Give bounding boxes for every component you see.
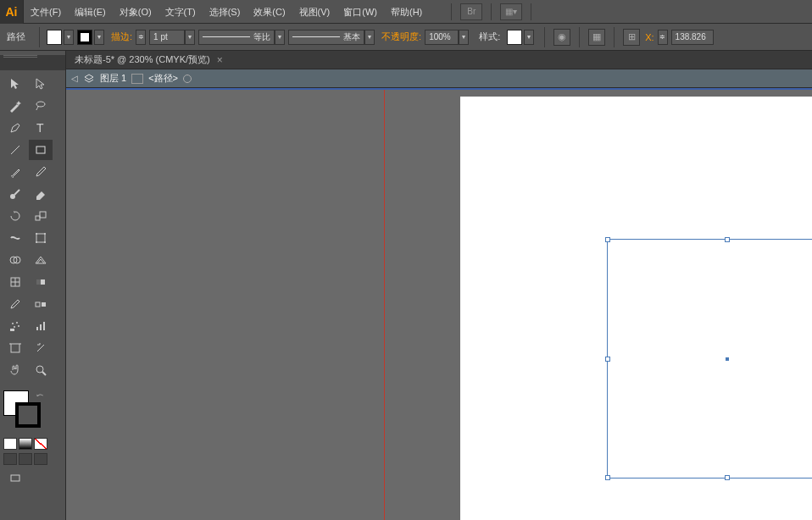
dash-dd[interactable]: ▾ (275, 30, 285, 45)
mesh-tool[interactable] (3, 272, 27, 292)
align-icon[interactable]: ▦ (588, 29, 605, 46)
hand-tool[interactable] (3, 360, 27, 380)
opacity-label: 不透明度: (381, 30, 421, 43)
menu-type[interactable]: 文字(T) (159, 0, 203, 24)
menu-help[interactable]: 帮助(H) (384, 0, 429, 24)
pen-tool[interactable] (3, 118, 27, 138)
stroke-swatch[interactable] (77, 30, 92, 45)
x-stepper[interactable]: ≑ (658, 30, 668, 45)
blend-tool[interactable] (29, 294, 53, 314)
graph-tool[interactable] (29, 316, 53, 336)
profile-select[interactable]: 基本 (288, 30, 364, 45)
stroke-weight-stepper[interactable]: ≑ (136, 30, 146, 45)
handle-bottom-left[interactable] (605, 475, 610, 480)
eraser-tool[interactable] (29, 184, 53, 204)
type-tool[interactable]: T (29, 118, 53, 138)
handle-mid-left[interactable] (605, 357, 610, 362)
gradient-mode[interactable] (19, 438, 32, 450)
layer-name[interactable]: 图层 1 (100, 72, 126, 85)
line-tool[interactable] (3, 140, 27, 160)
panel-grip[interactable] (3, 55, 37, 62)
menu-object[interactable]: 对象(O) (113, 0, 159, 24)
direct-selection-tool[interactable] (29, 74, 53, 94)
profile-dd[interactable]: ▾ (364, 30, 375, 45)
draw-behind[interactable] (19, 453, 32, 465)
swap-icon[interactable]: ⤺ (36, 390, 43, 400)
opacity-input[interactable] (425, 30, 459, 45)
svg-rect-3 (36, 147, 45, 153)
none-mode[interactable] (34, 438, 47, 450)
menubar: Ai 文件(F) 编辑(E) 对象(O) 文字(T) 选择(S) 效果(C) 视… (0, 0, 812, 24)
selection-tool[interactable] (3, 74, 27, 94)
stroke-dropdown[interactable]: ▾ (94, 30, 104, 45)
menu-window[interactable]: 窗口(W) (336, 0, 384, 24)
slice-tool[interactable] (29, 338, 53, 358)
handle-bottom-mid[interactable] (725, 475, 730, 480)
rotate-tool[interactable] (3, 206, 27, 226)
draw-inside[interactable] (34, 453, 47, 465)
menu-select[interactable]: 选择(S) (203, 0, 247, 24)
menu-file[interactable]: 文件(F) (24, 0, 68, 24)
style-swatch[interactable] (507, 30, 522, 45)
dash-select[interactable]: 等比 (198, 30, 275, 45)
layers-icon[interactable] (83, 73, 95, 85)
x-input[interactable] (671, 30, 714, 45)
path-target[interactable]: <路径> (148, 72, 178, 85)
draw-normal[interactable] (3, 453, 17, 465)
menu-effect[interactable]: 效果(C) (247, 0, 292, 24)
gradient-tool[interactable] (29, 272, 53, 292)
fill-swatch[interactable] (47, 30, 62, 45)
bridge-button[interactable]: Br (460, 3, 482, 20)
shape-builder-tool[interactable] (3, 250, 27, 270)
chevron-left-icon[interactable]: ◁ (71, 74, 78, 83)
blob-brush-tool[interactable] (3, 184, 27, 204)
artboard-tool[interactable] (3, 338, 27, 358)
svg-line-2 (11, 146, 19, 154)
handle-top-mid[interactable] (725, 237, 730, 242)
handle-top-left[interactable] (605, 237, 610, 242)
app-icon: Ai (0, 0, 24, 24)
paintbrush-tool[interactable] (3, 162, 27, 182)
color-mode[interactable] (3, 438, 17, 450)
screen-mode[interactable] (3, 468, 27, 489)
free-transform-tool[interactable] (29, 228, 53, 248)
canvas[interactable] (66, 88, 812, 520)
path-bar: ◁ 图层 1 <路径> (66, 69, 812, 88)
perspective-grid-tool[interactable] (29, 250, 53, 270)
target-icon[interactable] (183, 75, 192, 83)
width-tool[interactable] (3, 228, 27, 248)
pencil-tool[interactable] (29, 162, 53, 182)
document-tab[interactable]: 未标题-5* @ 230% (CMYK/预览) × (66, 51, 812, 69)
svg-rect-28 (43, 322, 45, 330)
svg-point-32 (36, 366, 43, 373)
svg-point-11 (44, 241, 46, 243)
lasso-tool[interactable] (29, 96, 53, 116)
arrange-button[interactable]: ▦▾ (500, 3, 522, 20)
stroke-color[interactable] (15, 402, 41, 428)
menu-view[interactable]: 视图(V) (292, 0, 337, 24)
tools-panel: T (0, 51, 66, 520)
fill-stroke-indicator[interactable]: ⤺ (3, 390, 62, 433)
stroke-weight-input[interactable] (149, 30, 185, 45)
eyedropper-tool[interactable] (3, 294, 27, 314)
control-bar: 路径 ▾ ▾ 描边: ≑ ▾ 等比 ▾ 基本 ▾ 不透明度: ▾ 样式: ▾ ◉… (0, 24, 812, 51)
rectangle-tool[interactable] (29, 140, 53, 160)
transform-icon[interactable]: ⊞ (623, 29, 640, 46)
magic-wand-tool[interactable] (3, 96, 27, 116)
zoom-tool[interactable] (29, 360, 53, 380)
recolor-icon[interactable]: ◉ (553, 29, 570, 46)
svg-rect-5 (36, 216, 40, 220)
close-icon[interactable]: × (217, 54, 223, 66)
svg-rect-19 (36, 302, 40, 307)
svg-rect-27 (40, 324, 42, 330)
menu-edit[interactable]: 编辑(E) (68, 0, 113, 24)
style-dd[interactable]: ▾ (524, 30, 534, 45)
scale-tool[interactable] (29, 206, 53, 226)
opacity-dd[interactable]: ▾ (459, 30, 469, 45)
stroke-weight-dd[interactable]: ▾ (185, 30, 195, 45)
symbol-sprayer-tool[interactable] (3, 316, 27, 336)
center-point[interactable] (726, 357, 729, 361)
selected-rectangle[interactable] (607, 239, 812, 479)
svg-rect-26 (36, 327, 38, 330)
fill-dropdown[interactable]: ▾ (64, 30, 74, 45)
